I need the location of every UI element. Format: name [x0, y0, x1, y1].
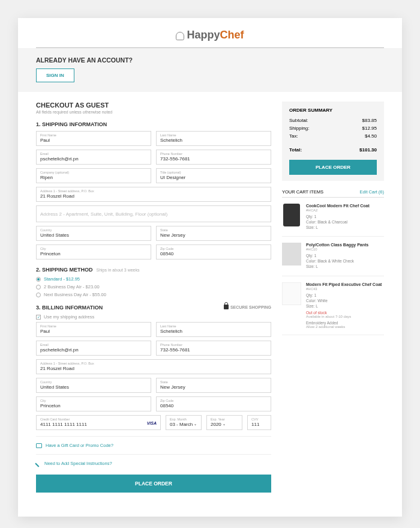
embroidery-note: Allow 2 additional weeks	[306, 325, 384, 329]
item-name: Poly/Cotton Class Baggy Pants	[306, 243, 384, 247]
divider	[36, 436, 271, 437]
shipping-heading: 1. SHIPPING INFORMATION	[36, 121, 271, 127]
card-icon	[36, 443, 42, 448]
guest-sub: All fields required unless otherwise not…	[36, 110, 271, 114]
item-size: Size: L	[306, 264, 384, 269]
method-heading: 2. SHIPPING METHODShips in about 3 weeks	[36, 267, 271, 273]
billing-heading: 3. BILLING INFORMATION SECURE SHOPPING	[36, 305, 271, 311]
checkout-page: HappyChef ALREADY HAVE AN ACCOUNT? SIGN …	[18, 18, 402, 517]
availability: Available in about 7-10 days	[306, 315, 384, 318]
out-of-stock: Out of stock	[306, 311, 384, 315]
ship-2day-radio[interactable]: 2 Business Day Air - $23.00	[36, 284, 271, 290]
radio-icon	[36, 285, 41, 290]
cart-item: Poly/Cotton Class Baggy Pants #HC10 Qty:…	[282, 237, 384, 276]
bill-last-name-field[interactable]: Last NameSchetelich	[156, 322, 271, 337]
zip-field[interactable]: Zip Code08540	[156, 244, 271, 259]
bill-state-field[interactable]: StateNew Jersey	[156, 378, 271, 393]
item-sku: #HC10	[306, 247, 384, 251]
item-qty: Qty: 1	[306, 214, 384, 219]
guest-title: CHECKOUT AS GUEST	[36, 102, 271, 109]
bill-country-field[interactable]: CountryUnited States	[36, 378, 151, 393]
item-qty: Qty: 1	[306, 253, 384, 258]
checkout-form: CHECKOUT AS GUEST All fields required un…	[36, 102, 271, 493]
product-thumb	[282, 243, 301, 266]
email-field[interactable]: Emailpschetelich@ri.pn	[36, 150, 151, 165]
bill-city-field[interactable]: CityPrinceton	[36, 396, 151, 411]
embroidery-added: Embroidery Added	[306, 321, 384, 325]
item-color: Color: White	[306, 298, 384, 303]
item-color: Color: Black & Charcoal	[306, 219, 384, 225]
exp-month-field[interactable]: Exp. Month03 - March▾	[166, 415, 202, 430]
city-field[interactable]: CityPrinceton	[36, 244, 151, 259]
phone-field[interactable]: Phone Number732-556-7681	[156, 150, 271, 165]
order-sidebar: ORDER SUMMARY Subtotal:$83.85 Shipping:$…	[282, 102, 384, 493]
summary-title: ORDER SUMMARY	[289, 108, 377, 113]
special-instructions-link[interactable]: Need to Add Special Instructions?	[36, 461, 271, 466]
chevron-down-icon: ▾	[194, 423, 196, 426]
use-shipping-checkbox[interactable]: ✓Use my shipping address	[36, 314, 271, 320]
lock-icon	[224, 305, 229, 309]
item-color: Color: Black & White Check	[306, 258, 384, 264]
pencil-icon	[35, 460, 41, 467]
item-size: Size: L	[306, 225, 384, 230]
item-name: Modern Fit Piped Executive Chef Coat	[306, 282, 384, 287]
logo-text-2: Chef	[220, 29, 244, 41]
company-field[interactable]: Company (optional)Ripen	[36, 168, 151, 183]
sign-in-button[interactable]: SIGN IN	[36, 68, 74, 82]
total-label: Total:	[289, 147, 302, 153]
ship-nextday-radio[interactable]: Next Business Day Air - $55.00	[36, 292, 271, 297]
card-number-field[interactable]: Credit Card Number4111 1111 1111 1111VIS…	[36, 415, 161, 430]
item-name: CookCool Modern Fit Chef Coat	[306, 204, 384, 208]
first-name-field[interactable]: First NamePaul	[36, 131, 151, 146]
ship-standard-radio[interactable]: Standard - $12.95	[36, 276, 271, 282]
promo-code-link[interactable]: Have a Gift Card or Promo Code?	[36, 443, 271, 448]
country-field[interactable]: CountryUnited States	[36, 226, 151, 241]
subtotal-label: Subtotal:	[289, 118, 308, 123]
bill-first-name-field[interactable]: First NamePaul	[36, 322, 151, 337]
item-sku: #HCA2	[306, 208, 384, 212]
checkbox-icon: ✓	[36, 315, 41, 320]
cart-header: YOUR CART ITEMS Edit Cart (6)	[282, 189, 384, 198]
order-summary: ORDER SUMMARY Subtotal:$83.85 Shipping:$…	[282, 102, 384, 181]
exp-year-field[interactable]: Exp. Year2020▾	[206, 415, 242, 430]
cvv-field[interactable]: CVV111	[247, 415, 271, 430]
account-title: ALREADY HAVE AN ACCOUNT?	[36, 56, 384, 64]
chef-hat-icon	[176, 32, 184, 40]
item-sku: #HC43	[306, 287, 384, 291]
bill-phone-field[interactable]: Phone Number732-556-7681	[156, 341, 271, 356]
radio-icon	[36, 277, 41, 282]
item-qty: Qty: 1	[306, 293, 384, 298]
state-field[interactable]: StateNew Jersey	[156, 226, 271, 241]
product-thumb	[283, 204, 300, 226]
divider	[36, 454, 271, 455]
cart-item: Modern Fit Piped Executive Chef Coat #HC…	[282, 276, 384, 335]
place-order-button[interactable]: PLACE ORDER	[36, 475, 271, 493]
tax-value: $4.50	[365, 133, 377, 139]
shipping-value: $12.95	[362, 126, 377, 131]
logo-text-1: Happy	[187, 29, 220, 41]
visa-icon: VISA	[147, 420, 157, 425]
cart-title: YOUR CART ITEMS	[282, 189, 323, 195]
product-thumb	[282, 282, 301, 305]
last-name-field[interactable]: Last NameSchetelich	[156, 131, 271, 146]
logo: HappyChef	[18, 18, 402, 47]
job-title-field[interactable]: Title (optional)UI Designer	[156, 168, 271, 183]
subtotal-value: $83.85	[362, 118, 377, 123]
radio-icon	[36, 293, 41, 297]
bill-address1-field[interactable]: Address 1 - Street address, P.O. Box21 R…	[36, 359, 271, 374]
address2-field[interactable]: Address 2 - Apartment, Suite, Unit, Buil…	[36, 205, 271, 222]
edit-cart-link[interactable]: Edit Cart (6)	[360, 189, 384, 195]
total-value: $101.30	[359, 147, 377, 153]
bill-zip-field[interactable]: Zip Code08540	[156, 396, 271, 411]
chevron-down-icon: ▾	[223, 423, 225, 426]
account-bar: ALREADY HAVE AN ACCOUNT? SIGN IN	[18, 48, 402, 92]
item-size: Size: L	[306, 303, 384, 309]
bill-email-field[interactable]: Emailpschetelich@ri.pn	[36, 341, 151, 356]
cart-item: CookCool Modern Fit Chef Coat #HCA2 Qty:…	[282, 198, 384, 237]
place-order-button-side[interactable]: PLACE ORDER	[289, 160, 377, 175]
shipping-label: Shipping:	[289, 126, 309, 131]
tax-label: Tax:	[289, 133, 298, 139]
secure-shopping-badge: SECURE SHOPPING	[224, 305, 271, 309]
address1-field[interactable]: Address 1 - Street address, P.O. Box21 R…	[36, 187, 271, 202]
